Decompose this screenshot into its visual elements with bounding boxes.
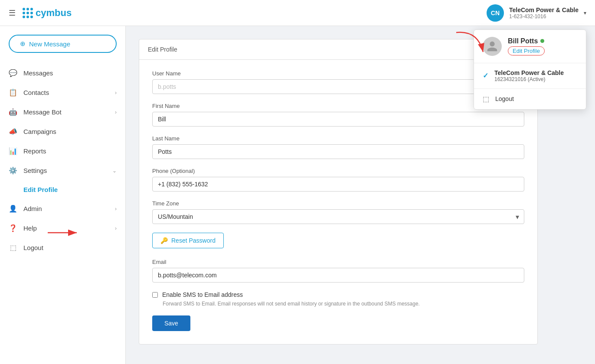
sidebar-item-edit-profile[interactable]: Edit Profile: [0, 180, 125, 199]
sms-email-label: Enable SMS to Email address: [162, 291, 243, 298]
sms-email-checkbox-row: Enable SMS to Email address: [152, 291, 524, 298]
help-icon: ❓: [9, 224, 17, 232]
chevron-right-admin-icon: ›: [115, 206, 117, 212]
phone-group: Phone (Optional): [152, 168, 524, 192]
check-icon: ✓: [483, 72, 488, 80]
dropdown-company-info: TeleCom Power & Cable 16234321016 (Activ…: [494, 69, 564, 82]
header-left: ☰ cymbus: [9, 7, 72, 19]
sidebar-item-admin[interactable]: 👤 Admin ›: [0, 199, 125, 218]
sidebar-item-settings[interactable]: ⚙️ Settings ⌄: [0, 161, 125, 180]
dropdown-avatar: [483, 37, 502, 56]
dropdown-logout-label: Logout: [495, 95, 514, 102]
sidebar-logout-icon: ⬚: [9, 244, 17, 252]
dropdown-company-name: TeleCom Power & Cable: [494, 69, 564, 76]
dropdown-company-section[interactable]: ✓ TeleCom Power & Cable 16234321016 (Act…: [474, 63, 586, 89]
header: ☰ cymbus CN TeleCom Power & Cable 1-623-…: [0, 0, 595, 26]
lastname-group: Last Name: [152, 135, 524, 159]
dropdown-company-number: 16234321016 (Active): [494, 76, 564, 82]
reset-password-button[interactable]: 🔑 Reset Password: [152, 233, 224, 248]
timezone-group: Time Zone US/Mountain ▾: [152, 200, 524, 224]
lastname-input[interactable]: [152, 144, 524, 159]
dropdown-user-info: Bill Potts Edit Profile: [508, 37, 545, 55]
username-group: User Name: [152, 70, 524, 94]
key-icon: 🔑: [160, 237, 168, 244]
dropdown-user-section: Bill Potts Edit Profile: [474, 30, 586, 63]
user-dropdown: Bill Potts Edit Profile ✓ TeleCom Power …: [474, 29, 586, 110]
sidebar: ⊕ New Message 💬 Messages 📋 Contacts › 🤖 …: [0, 26, 126, 364]
avatar: CN: [487, 4, 504, 22]
new-message-button[interactable]: ⊕ New Message: [9, 35, 117, 53]
logo-dots: [23, 8, 33, 18]
firstname-label: First Name: [152, 103, 524, 109]
phone-label: Phone (Optional): [152, 168, 524, 174]
settings-icon: ⚙️: [9, 166, 17, 175]
logo: cymbus: [23, 7, 72, 19]
dropdown-logout-item[interactable]: ⬚ Logout: [474, 89, 586, 109]
messages-icon: 💬: [9, 69, 17, 77]
chevron-right-help-icon: ›: [115, 225, 117, 231]
save-button[interactable]: Save: [152, 315, 190, 331]
message-bot-icon: 🤖: [9, 108, 17, 116]
logout-icon: ⬚: [483, 95, 489, 103]
sidebar-item-reports[interactable]: 📊 Reports: [0, 141, 125, 161]
card-tab-label: Edit Profile: [148, 46, 177, 53]
firstname-input[interactable]: [152, 112, 524, 127]
plus-icon: ⊕: [20, 40, 26, 48]
online-status-dot: [540, 39, 544, 43]
timezone-label: Time Zone: [152, 200, 524, 207]
timezone-select[interactable]: US/Mountain: [152, 209, 524, 224]
username-label: User Name: [152, 70, 524, 77]
sms-email-hint: Forward SMS to Email. Email responses wi…: [163, 301, 524, 307]
sidebar-item-messages[interactable]: 💬 Messages: [0, 63, 125, 83]
chevron-right-icon: ›: [115, 109, 117, 115]
chevron-right-icon: ›: [115, 90, 117, 96]
sidebar-item-help[interactable]: ❓ Help ›: [0, 218, 125, 238]
sidebar-item-logout[interactable]: ⬚ Logout: [0, 238, 125, 257]
email-input[interactable]: [152, 268, 524, 283]
campaigns-icon: 📣: [9, 127, 17, 136]
hamburger-icon[interactable]: ☰: [9, 8, 16, 18]
dropdown-username: Bill Potts: [508, 37, 545, 45]
phone-input[interactable]: [152, 177, 524, 192]
company-name: TeleCom Power & Cable: [509, 6, 579, 13]
admin-icon: 👤: [9, 205, 17, 213]
chevron-down-settings-icon: ⌄: [112, 168, 117, 174]
reports-icon: 📊: [9, 147, 17, 155]
logo-text: cymbus: [36, 7, 72, 19]
email-label: Email: [152, 259, 524, 265]
company-phone: 1-623-432-1016: [509, 13, 579, 20]
email-group: Email: [152, 259, 524, 283]
contacts-icon: 📋: [9, 88, 17, 97]
sms-email-checkbox[interactable]: [152, 292, 158, 298]
sidebar-item-contacts[interactable]: 📋 Contacts ›: [0, 83, 125, 102]
chevron-down-icon: ▾: [584, 10, 586, 16]
lastname-label: Last Name: [152, 135, 524, 142]
firstname-group: First Name: [152, 103, 524, 127]
username-input[interactable]: [152, 79, 524, 94]
sidebar-item-message-bot[interactable]: 🤖 Message Bot ›: [0, 102, 125, 122]
timezone-select-wrapper: US/Mountain ▾: [152, 209, 524, 224]
company-info: TeleCom Power & Cable 1-623-432-1016: [509, 6, 579, 20]
sidebar-item-campaigns[interactable]: 📣 Campaigns: [0, 122, 125, 141]
header-user-menu[interactable]: CN TeleCom Power & Cable 1-623-432-1016 …: [487, 4, 586, 22]
dropdown-edit-profile-link[interactable]: Edit Profile: [508, 46, 545, 55]
